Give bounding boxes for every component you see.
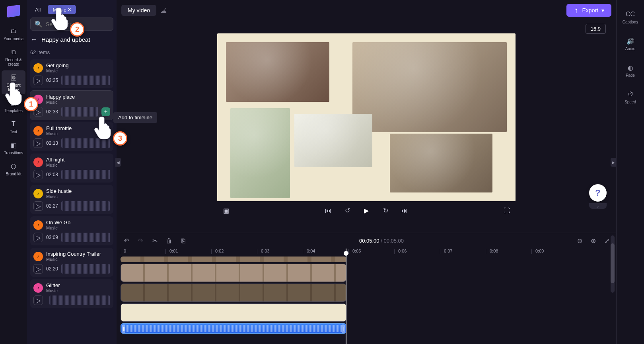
collapse-right-panel-handle[interactable]: ▶ xyxy=(611,158,616,167)
aspect-ratio-selector[interactable]: 16:9 xyxy=(586,24,606,34)
preview-play-button[interactable]: ▷ xyxy=(33,233,43,242)
zoom-in-button[interactable]: ⊕ xyxy=(588,236,598,246)
audio-trim-handle-left[interactable]: ‖ xyxy=(122,325,125,333)
collage-photo-3 xyxy=(230,108,290,198)
video-canvas[interactable] xyxy=(217,33,516,201)
track-title: Side hustle xyxy=(46,188,72,194)
track-body: ▷ 02:08 xyxy=(33,170,110,179)
fade-icon: ◐ xyxy=(626,63,635,72)
track-waveform xyxy=(61,233,110,242)
nav-label: Captions xyxy=(623,20,638,24)
play-button[interactable]: ▶ xyxy=(361,205,372,216)
track-header: ♪ On We Go Music xyxy=(33,220,110,230)
cloud-off-icon[interactable]: ☁̸ xyxy=(160,7,167,14)
track-subtitle: Music xyxy=(46,163,64,167)
track-subtitle: Music xyxy=(46,225,70,230)
app-logo[interactable] xyxy=(6,3,21,19)
track-duration: 03:09 xyxy=(46,235,58,240)
safe-zone-toggle[interactable]: ▣ xyxy=(220,205,232,216)
split-button[interactable]: ✂ xyxy=(150,236,160,246)
track-title: On We Go xyxy=(46,220,70,225)
export-button[interactable]: ⭱ Export ▾ xyxy=(566,4,611,17)
fullscreen-button[interactable]: ⛶ xyxy=(501,205,512,216)
track-item[interactable]: ♪ Side hustle Music ▷ 02:27 xyxy=(30,185,113,214)
track-title: Get going xyxy=(46,62,68,68)
export-label: Export xyxy=(582,7,598,14)
track-title: All night xyxy=(46,157,64,163)
track-waveform xyxy=(49,295,110,305)
music-note-icon: ♪ xyxy=(33,252,43,261)
ruler-tick: 0:08 xyxy=(490,249,498,253)
preview-play-button[interactable]: ▷ xyxy=(33,170,43,179)
track-info: Inspiring Country Trailer Music xyxy=(46,251,101,262)
track-header: ♪ Get going Music xyxy=(33,62,110,73)
forward-button[interactable]: ↻ xyxy=(380,205,391,216)
track-duration: 02:08 xyxy=(46,172,58,177)
timeline-audio-track[interactable]: ‖ ‖ xyxy=(121,323,346,334)
nav-text[interactable]: T Text xyxy=(2,117,25,136)
ruler-tick: 0:07 xyxy=(444,249,452,253)
track-item[interactable]: ♪ On We Go Music ▷ 03:09 xyxy=(30,216,113,245)
track-item[interactable]: ♪ All night Music ▷ 02:08 xyxy=(30,154,113,183)
zoom-out-button[interactable]: ⊖ xyxy=(575,236,584,246)
ruler-tick: 0:01 xyxy=(169,249,178,253)
nav-label: Templates xyxy=(4,109,23,113)
preview-play-button[interactable]: ▷ xyxy=(33,76,43,85)
track-body: ▷ 02:20 xyxy=(33,264,110,274)
back-arrow-icon[interactable]: ← xyxy=(30,35,37,44)
nav-record-create[interactable]: ⧉ Record & create xyxy=(2,45,25,69)
timeline-background-track[interactable] xyxy=(121,303,346,322)
track-header: ♪ Inspiring Country Trailer Music xyxy=(33,251,110,262)
playhead[interactable] xyxy=(346,249,346,344)
track-item[interactable]: ♪ Get going Music ▷ 02:25 xyxy=(30,59,113,88)
collapse-panel-handle[interactable]: ◀ xyxy=(115,158,121,167)
timeline-ruler[interactable]: 00:010:020:030:040:050:060:070:080:09 xyxy=(121,249,616,257)
preview-zone: 16:9 ▣ ⏮ ↺ ▶ ↻ ⏭ ⛶ xyxy=(117,21,616,233)
audio-trim-handle-right[interactable]: ‖ xyxy=(342,325,345,333)
nav-brand-kit[interactable]: ⬡ Brand kit xyxy=(2,159,25,179)
prev-frame-button[interactable]: ⏮ xyxy=(323,205,334,216)
track-info: Glitter Music xyxy=(46,282,60,293)
duplicate-button[interactable]: ⎘ xyxy=(179,236,188,246)
help-button[interactable]: ? xyxy=(589,184,607,202)
right-audio[interactable]: 🔊 Audio xyxy=(619,34,642,53)
preview-play-button[interactable]: ▷ xyxy=(33,264,43,274)
speaker-icon: 🔊 xyxy=(626,36,635,46)
zoom-fit-button[interactable]: ⤢ xyxy=(602,236,611,246)
music-note-icon: ♪ xyxy=(33,63,43,73)
timeline-video-thumbstrip[interactable] xyxy=(121,257,346,262)
nav-your-media[interactable]: 🗀 Your media xyxy=(2,24,25,43)
filter-all-chip[interactable]: All xyxy=(30,5,45,14)
timeline-scrollbar-thumb[interactable] xyxy=(611,243,615,283)
help-collapse-tab[interactable]: ⌄ xyxy=(589,203,607,209)
timeline-video-track-1[interactable] xyxy=(121,264,346,282)
delete-button[interactable]: 🗑 xyxy=(164,236,174,246)
right-fade[interactable]: ◐ Fade xyxy=(619,60,642,80)
search-icon: 🔍 xyxy=(35,20,43,28)
next-frame-button[interactable]: ⏭ xyxy=(399,205,410,216)
project-title[interactable]: My video xyxy=(121,5,156,16)
right-speed[interactable]: ⏱ Speed xyxy=(619,87,642,107)
track-item[interactable]: ♪ Inspiring Country Trailer Music ▷ 02:2… xyxy=(30,248,113,277)
track-waveform xyxy=(61,201,110,211)
track-duration: 02:33 xyxy=(46,109,58,115)
timeline[interactable]: 00:010:020:030:040:050:060:070:080:09 ‖ … xyxy=(117,249,616,344)
timeline-video-track-2[interactable] xyxy=(121,284,346,302)
track-header: ♪ Side hustle Music xyxy=(33,188,110,199)
annotation-badge-3: 3 xyxy=(113,131,127,146)
preview-play-button[interactable]: ▷ xyxy=(33,295,43,305)
nav-transitions[interactable]: ◧ Transitions xyxy=(2,138,25,157)
rewind-button[interactable]: ↺ xyxy=(342,205,353,216)
ruler-tick: 0:09 xyxy=(535,249,544,253)
track-list: ♪ Get going Music ▷ 02:25 ♪ Happy place … xyxy=(30,59,113,308)
text-icon: T xyxy=(9,119,18,129)
total-time: 00:05.00 xyxy=(383,238,404,244)
undo-button[interactable]: ↶ xyxy=(121,236,131,246)
right-captions[interactable]: CC Captions xyxy=(619,7,642,27)
track-item[interactable]: ♪ Glitter Music ▷ xyxy=(30,279,113,308)
preview-play-button[interactable]: ▷ xyxy=(33,201,43,211)
track-duration: 02:20 xyxy=(46,266,58,272)
preview-play-button[interactable]: ▷ xyxy=(33,138,43,148)
track-waveform xyxy=(61,76,110,85)
redo-button[interactable]: ↷ xyxy=(136,236,145,246)
